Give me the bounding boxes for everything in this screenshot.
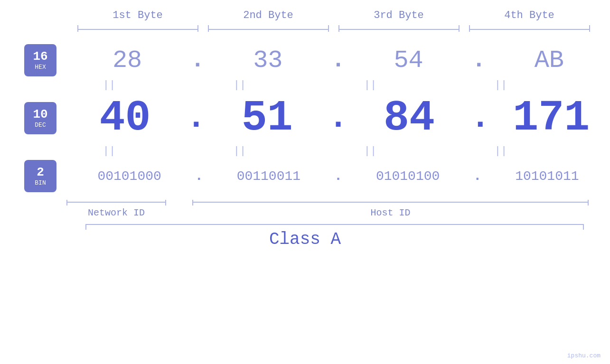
bottom-area: Network ID Host ID [0, 196, 610, 218]
dec-dot3: . [470, 102, 490, 135]
dec-values: 40 . 51 . 84 . 171 [66, 94, 610, 142]
dec-label: DEC [35, 121, 46, 129]
bracket-top-1 [77, 25, 198, 35]
dec-row: 10 DEC 40 . 51 . 84 . 171 [0, 94, 610, 142]
host-id-label: Host ID [192, 207, 589, 218]
hex-byte4: AB [488, 47, 610, 75]
class-section: Class A [0, 224, 610, 249]
host-bracket [192, 196, 589, 205]
bin-byte3: 01010100 [345, 169, 471, 184]
bin-number: 2 [37, 166, 44, 179]
eq1-b1: || [44, 79, 175, 91]
dec-number: 10 [33, 108, 47, 121]
bracket-top-3 [338, 25, 460, 35]
dec-byte2: 51 [208, 94, 326, 142]
bin-byte1: 00101000 [66, 169, 192, 184]
equals-row-2: || || || || [44, 145, 566, 157]
bin-dot3: . [473, 169, 482, 183]
network-bracket [66, 196, 166, 205]
dec-label-col: 10 DEC [0, 102, 66, 134]
eq2-b4: || [436, 145, 566, 157]
dec-byte4: 171 [493, 94, 610, 142]
dec-badge: 10 DEC [24, 102, 56, 134]
eq1-b2: || [175, 79, 305, 91]
eq2-b1: || [44, 145, 175, 157]
eq1-b4: || [436, 79, 566, 91]
byte1-header: 1st Byte [73, 9, 203, 21]
eq2-b2: || [175, 145, 305, 157]
dec-byte1: 40 [66, 94, 184, 142]
hex-byte1: 28 [66, 47, 188, 75]
hex-dot1: . [190, 48, 205, 72]
main-container: 1st Byte 2nd Byte 3rd Byte 4th Byte 16 H… [0, 0, 610, 364]
hex-values: 28 . 33 . 54 . AB [66, 47, 610, 75]
hex-dot3: . [472, 48, 486, 72]
bin-byte4: 10101011 [484, 169, 610, 184]
byte3-header: 3rd Byte [334, 9, 464, 21]
byte-headers-row: 1st Byte 2nd Byte 3rd Byte 4th Byte [73, 9, 595, 21]
bin-dot2: . [334, 169, 342, 183]
hex-label-col: 16 HEX [0, 44, 66, 76]
equals-row-1: || || || || [44, 79, 566, 91]
dec-byte3: 84 [351, 94, 468, 142]
byte4-header: 4th Byte [464, 9, 595, 21]
byte2-header: 2nd Byte [203, 9, 334, 21]
class-line [85, 224, 584, 225]
class-label: Class A [0, 230, 610, 249]
hex-dot2: . [331, 48, 345, 72]
bin-dot1: . [195, 169, 203, 183]
hex-badge: 16 HEX [24, 44, 56, 76]
eq2-b3: || [305, 145, 436, 157]
bracket-top-4 [469, 25, 590, 35]
bracket-top-2 [208, 25, 329, 35]
bin-badge: 2 BIN [24, 160, 56, 192]
id-labels-row: Network ID Host ID [66, 207, 589, 218]
eq1-b3: || [305, 79, 436, 91]
hex-byte2: 33 [207, 47, 328, 75]
dec-dot1: . [186, 102, 206, 135]
hex-row: 16 HEX 28 . 33 . 54 . AB [0, 44, 610, 76]
hex-byte3: 54 [348, 47, 469, 75]
bin-label-col: 2 BIN [0, 160, 66, 192]
bin-values: 00101000 . 00110011 . 01010100 . 1010101… [66, 169, 610, 184]
hex-number: 16 [33, 50, 47, 64]
watermark: ipshu.com [567, 352, 601, 359]
top-brackets-row [73, 25, 595, 35]
hex-label: HEX [35, 64, 46, 71]
bottom-brackets [66, 196, 589, 205]
dec-dot2: . [328, 102, 348, 135]
bin-byte2: 00110011 [206, 169, 331, 184]
bin-label: BIN [35, 179, 46, 187]
network-id-label: Network ID [66, 207, 166, 218]
bin-row: 2 BIN 00101000 . 00110011 . 01010100 . 1… [0, 160, 610, 192]
